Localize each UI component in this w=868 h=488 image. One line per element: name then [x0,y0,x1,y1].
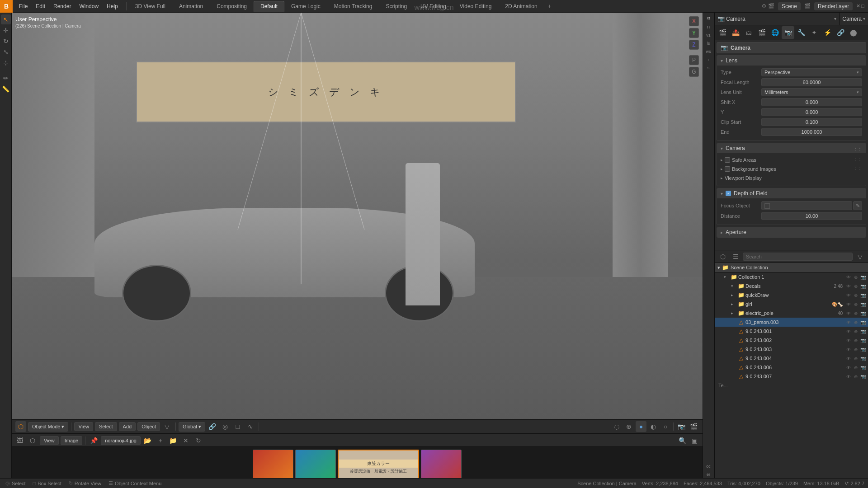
scene-collection-header[interactable]: ▾ 📁 Scene Collection [715,263,868,272]
r4-sel[interactable]: ⊕ [853,355,859,361]
status-rotate-view[interactable]: ↻ Rotate View [67,479,103,487]
qd-vis[interactable]: 👁 [845,292,852,298]
menu-edit[interactable]: Edit [32,2,49,11]
gizmo-x[interactable]: X [689,16,699,26]
rmini-s[interactable]: s [703,64,713,71]
viewport-render-preview[interactable]: 🎬 [688,421,699,432]
r6-sel[interactable]: ⊕ [853,364,859,371]
dof-section-header[interactable]: ▾ Depth of Field [717,188,866,198]
tab-compositing[interactable]: Compositing [210,1,254,12]
r3-sel[interactable]: ⊕ [853,346,859,352]
tab-game-logic[interactable]: Game Logic [284,1,327,12]
prop-cam-dropdown[interactable]: ▾ [834,16,836,21]
tool-cursor[interactable]: ↖ [1,14,11,24]
tool-annotate[interactable]: ✏ [1,73,11,83]
viewport-display-header[interactable]: ▸ Viewport Display [721,174,862,182]
image-reload-icon[interactable]: ↻ [193,435,204,446]
tab-output[interactable]: 📤 [729,26,742,39]
tab-modifiers[interactable]: 🔧 [795,26,807,39]
viewport-local-toggle[interactable]: G [689,67,699,77]
rmini-ws[interactable]: ws [703,48,713,55]
status-object-context[interactable]: ☰ Object Context Menu [107,479,163,487]
prop-rl-dropdown[interactable]: ▾ [863,16,865,21]
r2-sel[interactable]: ⊕ [853,337,859,343]
r6-render[interactable]: 📷 [860,364,866,371]
focus-object-eyedropper[interactable]: ✎ [853,201,862,210]
status-select[interactable]: ◎ Select [4,479,28,487]
clip-start-value[interactable]: 0.100 [761,118,862,126]
r7-vis[interactable]: 👁 [845,373,852,380]
tool-move[interactable]: ✛ [1,25,11,35]
tab-3d-view-full[interactable]: 3D View Full [128,1,172,12]
aperture-section-header[interactable]: ▸ Aperture [717,227,866,237]
tab-constraints[interactable]: 🔗 [834,26,847,39]
tab-world[interactable]: 🌐 [769,26,781,39]
tab-default[interactable]: Default [254,1,284,12]
safe-areas-checkbox[interactable] [725,157,730,163]
qd-sel[interactable]: ⊕ [853,292,859,298]
top-close-btn[interactable]: ✕ [856,3,860,9]
tab-material[interactable]: ⬤ [847,26,860,39]
qd-render[interactable]: 📷 [860,292,866,298]
tab-physics[interactable]: ⚡ [821,26,834,39]
add-menu-btn[interactable]: Add [119,422,136,431]
outliner-content[interactable]: ▾ 📁 Scene Collection ▾ 📁 Collection 1 👁 … [715,263,868,488]
shift-x-value[interactable]: 0.000 [761,98,862,106]
tab-motion-tracking[interactable]: Motion Tracking [327,1,379,12]
image-new-icon[interactable]: + [155,435,166,446]
tab-uv-editing[interactable]: UV Editing [414,1,453,12]
top-icons-render[interactable]: 🎬 [768,3,774,9]
toolbar-snap-icon[interactable]: 🔗 [207,421,218,432]
r4-render[interactable]: 📷 [860,355,866,361]
3d-viewport[interactable]: シ ミ ズ デ ン キ User Perspective (226) Scene… [12,13,703,419]
view-menu-btn[interactable]: View [74,422,93,431]
focal-length-value[interactable]: 60.0000 [761,78,862,86]
outliner-filter-icon[interactable]: ☰ [730,251,741,262]
r3-vis[interactable]: 👁 [845,346,852,352]
image-pin-icon[interactable]: 📌 [88,435,99,446]
ep-render[interactable]: 📷 [860,310,866,316]
viewport-perspective-toggle[interactable]: P [689,55,699,65]
outliner-collection1[interactable]: ▾ 📁 Collection 1 👁 ⊕ 📷 [715,272,868,282]
menu-render[interactable]: Render [50,2,75,11]
r1-render[interactable]: 📷 [860,328,866,334]
image-open-icon[interactable]: 📁 [168,435,179,446]
tab-view-layer[interactable]: 🗂 [742,26,755,39]
outliner-9.0.243.006[interactable]: △ 9.0.243.006 👁 ⊕ 📷 [715,363,868,372]
outliner-9.0.243.002[interactable]: △ 9.0.243.002 👁 ⊕ 📷 [715,336,868,345]
decals-render[interactable]: 📷 [860,283,866,289]
oc1-sel[interactable]: ⊕ [853,274,859,280]
girl-vis[interactable]: 👁 [845,301,852,307]
viewport-camera-icon[interactable]: 📷 [676,421,687,432]
image-image-btn[interactable]: Image [61,436,83,445]
outliner-sort-icon[interactable]: ▽ [854,251,865,262]
tab-particles[interactable]: ✦ [808,26,821,39]
viewport-gizmo-icon[interactable]: ⊕ [623,421,634,432]
blender-logo[interactable]: B [0,0,13,13]
outliner-decals[interactable]: ▾ 📁 Decals 2 48 👁 ⊕ 📷 [715,282,868,291]
lens-section-header[interactable]: ▾ Lens [717,56,866,66]
decals-sel[interactable]: ⊕ [853,283,859,289]
gizmo-y[interactable]: Y [689,28,699,38]
tab-video-editing[interactable]: Video Editing [453,1,499,12]
toolbar-shape-square[interactable]: □ [232,421,243,432]
select-menu-btn[interactable]: Select [95,422,117,431]
toolbar-filter-icon[interactable]: ▽ [162,421,173,432]
focus-object-value[interactable] [761,201,852,210]
r3-render[interactable]: 📷 [860,346,866,352]
rmini-v1[interactable]: v1 [703,32,713,39]
image-zoom-icon[interactable]: 🔍 [677,435,688,446]
image-slot-icon[interactable]: ▣ [689,435,700,446]
r1-sel[interactable]: ⊕ [853,328,859,334]
image-editor-mode-icon2[interactable]: ⬡ [27,435,38,446]
tab-add-workspace[interactable]: + [544,1,555,11]
outliner-person003[interactable]: △ 03_person.003 👁 ⊕ 📷 [715,318,868,327]
top-icons-gear[interactable]: ⚙ [762,3,766,9]
outliner-9.0.243.007[interactable]: △ 9.0.243.007 👁 ⊕ 📷 [715,372,868,381]
outliner-mode-icon[interactable]: ⬡ [717,251,728,262]
rmini-oc[interactable]: oc [703,463,713,470]
girl-render[interactable]: 📷 [860,301,866,307]
tab-animation[interactable]: Animation [172,1,210,12]
outliner-girl[interactable]: ▸ 📁 girl 🎨🦴 👁 ⊕ 📷 [715,300,868,309]
tab-scripting[interactable]: Scripting [379,1,414,12]
